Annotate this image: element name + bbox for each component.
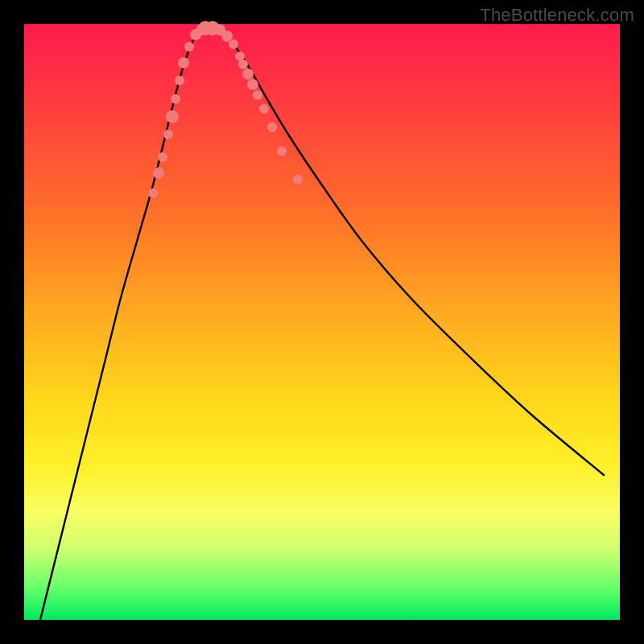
- curve-marker: [148, 188, 158, 198]
- curve-marker: [175, 76, 184, 85]
- chart-frame: TheBottleneck.com: [0, 0, 644, 644]
- curve-marker: [178, 57, 189, 68]
- curve-marker: [163, 130, 173, 139]
- curve-marker: [247, 79, 258, 90]
- curve-marker: [242, 68, 254, 80]
- curve-marker: [259, 104, 269, 114]
- curve-marker: [166, 110, 179, 123]
- curve-marker: [267, 122, 277, 132]
- curve-marker: [171, 94, 180, 104]
- curve-marker: [293, 175, 303, 184]
- curve-marker: [253, 90, 262, 100]
- curve-marker: [158, 152, 167, 162]
- watermark-text: TheBottleneck.com: [480, 5, 634, 26]
- curve-marker: [277, 147, 287, 156]
- curve-marker: [184, 42, 194, 52]
- chart-svg: [24, 24, 620, 620]
- bottleneck-curve: [40, 27, 604, 620]
- curve-marker: [229, 39, 238, 49]
- curve-marker: [238, 60, 248, 69]
- curve-marker: [153, 167, 164, 179]
- chart-plot-area: [24, 24, 620, 620]
